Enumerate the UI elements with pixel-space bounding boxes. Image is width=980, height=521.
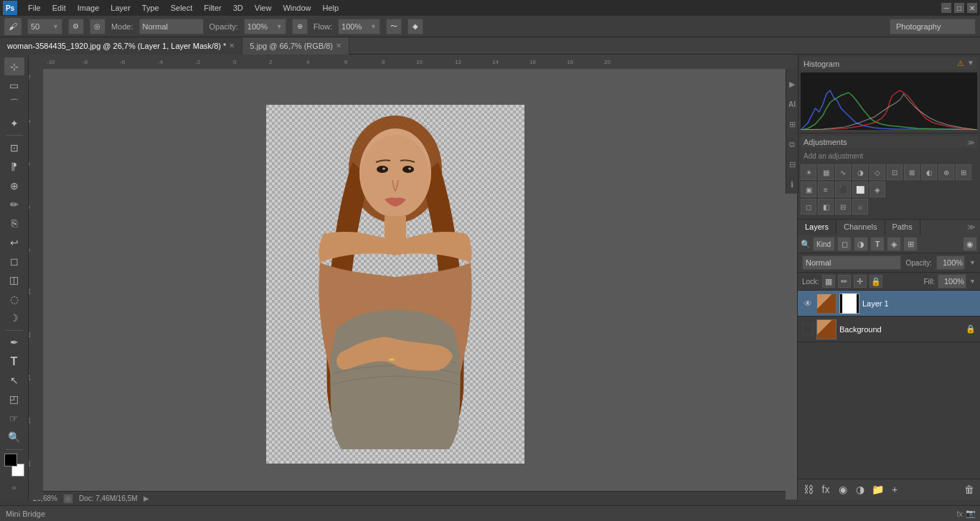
posterize-adj-icon[interactable]: ≡ [818, 182, 834, 197]
layers-filter-type-btn[interactable]: T [870, 237, 885, 251]
tab-1[interactable]: woman-3584435_1920.jpg @ 26,7% (Layer 1,… [0, 37, 242, 55]
solidcolor-adj-icon[interactable]: ◻ [801, 199, 816, 215]
magic-wand-tool[interactable]: ✦ [4, 114, 24, 132]
pattern-adj-icon[interactable]: ⊟ [835, 199, 851, 215]
layers-panel-menu-btn[interactable]: ≫ [963, 220, 980, 235]
menu-image[interactable]: Image [72, 2, 105, 14]
shape-tool[interactable]: ◰ [4, 390, 24, 408]
adjustments-expand-btn[interactable]: ≫ [967, 139, 974, 146]
menu-3d[interactable]: 3D [228, 2, 248, 14]
lasso-tool[interactable]: ⌒ [4, 95, 24, 113]
menu-type[interactable]: Type [137, 2, 164, 14]
pen-tool[interactable]: ✒ [4, 334, 24, 352]
layer-1-visibility-btn[interactable]: 👁 [802, 298, 814, 309]
clone-stamp-tool[interactable]: ⎘ [4, 215, 24, 233]
panel-layers-icon[interactable]: ⧉ [784, 136, 800, 152]
add-link-btn[interactable]: ⛓ [801, 482, 816, 497]
layer-item-background[interactable]: Background 🔒 [798, 316, 980, 342]
lock-position-btn[interactable]: ✛ [854, 275, 867, 288]
eraser-tool[interactable]: ◻ [4, 252, 24, 270]
menu-help[interactable]: Help [318, 2, 344, 14]
lock-all-btn[interactable]: 🔒 [870, 275, 882, 288]
airbrush-btn[interactable]: ◎ [90, 19, 105, 34]
tab-2[interactable]: 5.jpg @ 66,7% (RGB/8) ✕ [242, 37, 349, 55]
brightness2-adj-icon[interactable]: ☼ [852, 199, 868, 215]
history-brush-tool[interactable]: ↩ [4, 233, 24, 251]
status-arrow-btn[interactable]: ▶ [143, 494, 149, 502]
mode-dropdown[interactable]: Normal Dissolve Multiply Screen [139, 19, 204, 34]
add-mask-btn[interactable]: ◉ [835, 482, 851, 497]
panel-channels-icon[interactable]: ⊟ [784, 156, 800, 172]
workspace-dropdown[interactable]: Photography Essentials 3D [890, 19, 976, 34]
brush-size-input[interactable] [31, 22, 52, 31]
canvas-area[interactable]: -10 -8 -6 -4 -2 0 2 4 6 8 10 12 14 16 18… [29, 55, 797, 499]
brush-options-btn[interactable]: ⚙ [68, 19, 84, 34]
camera-btn[interactable]: 📷 [966, 509, 976, 518]
panel-ai-btn[interactable]: AI [784, 96, 800, 112]
hand-tool[interactable]: ☞ [4, 409, 24, 427]
opacity-value-layers[interactable] [936, 255, 965, 270]
flow-arrow[interactable]: ▼ [370, 23, 377, 30]
exposure-adj-icon[interactable]: ◑ [852, 164, 868, 180]
delete-layer-btn[interactable]: 🗑 [961, 482, 977, 497]
tab-channels[interactable]: Channels [837, 220, 885, 235]
lock-pixels-btn[interactable]: ✏ [838, 275, 851, 288]
rectangle-select-tool[interactable]: ▭ [4, 76, 24, 94]
move-tool[interactable]: ⊹ [4, 57, 24, 75]
blackwhite-adj-icon[interactable]: ◐ [921, 164, 937, 180]
brush-size-arrow[interactable]: ▼ [52, 23, 59, 30]
layers-filter-pixel-btn[interactable]: ◻ [837, 237, 852, 251]
crop-tool[interactable]: ⊡ [4, 139, 24, 156]
layers-filter-shape-btn[interactable]: ◈ [887, 237, 901, 251]
quick-mask-btn[interactable]: ○ [4, 479, 24, 497]
opacity-arrow[interactable]: ▼ [276, 23, 283, 30]
add-layer-btn[interactable]: + [887, 482, 903, 497]
brush-tool[interactable]: ✏ [4, 195, 24, 213]
opacity-dropdown-arrow[interactable]: ▼ [969, 259, 976, 266]
airbrush-toggle-btn[interactable]: ⊕ [292, 19, 308, 34]
type-tool[interactable]: T [4, 352, 24, 370]
blend-mode-dropdown[interactable]: Normal Multiply Screen [802, 255, 901, 270]
gradientmap-adj-icon[interactable]: ⬜ [852, 182, 868, 197]
minimize-btn[interactable]: ─ [941, 3, 951, 13]
blur-tool[interactable]: ◌ [4, 290, 24, 308]
add-adjustment-layer-btn[interactable]: ◑ [852, 482, 868, 497]
menu-file[interactable]: File [23, 2, 46, 14]
path-select-tool[interactable]: ↖ [4, 371, 24, 389]
tab-1-close[interactable]: ✕ [229, 42, 235, 50]
photofilter-adj-icon[interactable]: ⊕ [938, 164, 954, 180]
channelmixer-adj-icon[interactable]: ⊞ [956, 164, 971, 180]
canvas-content[interactable] [43, 69, 797, 499]
curves-adj-icon[interactable]: ∿ [835, 164, 851, 180]
panel-grid-btn[interactable]: ⊞ [784, 116, 800, 132]
levels-adj-icon[interactable]: ▦ [818, 164, 834, 180]
selectivecolor-adj-icon[interactable]: ◈ [870, 182, 885, 197]
menu-layer[interactable]: Layer [105, 2, 136, 14]
menu-filter[interactable]: Filter [199, 2, 226, 14]
close-btn[interactable]: ✕ [967, 3, 977, 13]
fill-dropdown-arrow[interactable]: ▼ [969, 278, 976, 285]
threshold-adj-icon[interactable]: ⬛ [835, 182, 851, 197]
zoom-tool[interactable]: 🔍 [4, 428, 24, 446]
dodge-tool[interactable]: ☽ [4, 309, 24, 327]
proof-btn[interactable]: ◎ [63, 494, 73, 504]
tab-layers[interactable]: Layers [798, 220, 837, 235]
menu-view[interactable]: View [250, 2, 277, 14]
menu-edit[interactable]: Edit [47, 2, 71, 14]
smoothing-btn[interactable]: 〜 [386, 19, 402, 34]
gradient-adj-icon[interactable]: ◧ [818, 199, 834, 215]
foreground-color-box[interactable] [4, 454, 17, 466]
gradient-tool[interactable]: ◫ [4, 271, 24, 289]
color-picker[interactable] [4, 454, 24, 476]
eyedropper-tool[interactable]: ⁋ [4, 158, 24, 176]
add-group-btn[interactable]: 📁 [870, 482, 885, 497]
background-visibility-btn[interactable] [802, 324, 814, 335]
brightness-adj-icon[interactable]: ☀ [801, 164, 816, 180]
panel-info-icon[interactable]: ℹ [784, 177, 800, 192]
layers-filter-smart-btn[interactable]: ⊞ [903, 237, 918, 251]
menu-select[interactable]: Select [166, 2, 198, 14]
colorbalance-adj-icon[interactable]: ⊠ [904, 164, 920, 180]
vibrance-adj-icon[interactable]: ◇ [870, 164, 885, 180]
layer-item-1[interactable]: 👁 Layer 1 [798, 291, 980, 316]
tab-paths[interactable]: Paths [885, 220, 920, 235]
